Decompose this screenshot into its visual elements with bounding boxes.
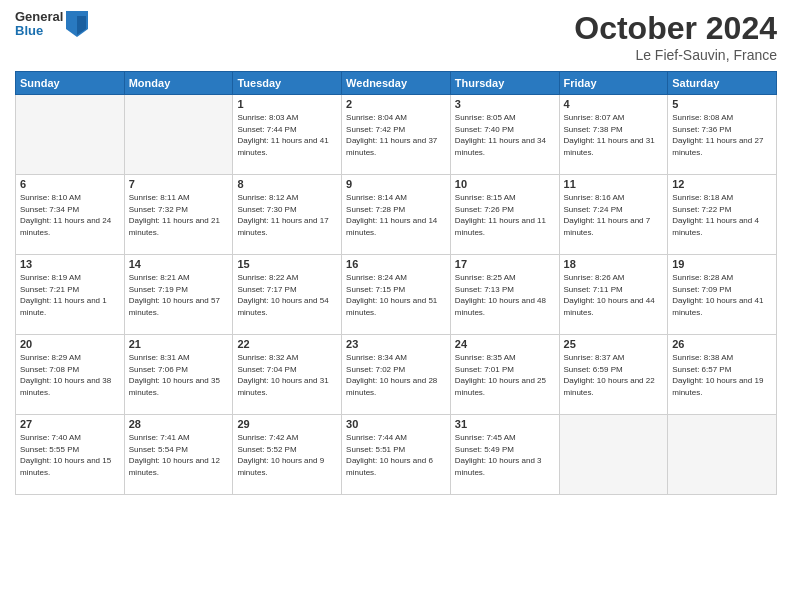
month-title: October 2024 <box>574 10 777 47</box>
day-number: 8 <box>237 178 337 190</box>
calendar-cell: 14Sunrise: 8:21 AM Sunset: 7:19 PM Dayli… <box>124 255 233 335</box>
calendar-cell: 16Sunrise: 8:24 AM Sunset: 7:15 PM Dayli… <box>342 255 451 335</box>
calendar-week-4: 20Sunrise: 8:29 AM Sunset: 7:08 PM Dayli… <box>16 335 777 415</box>
cell-info: Sunrise: 7:40 AM Sunset: 5:55 PM Dayligh… <box>20 432 120 478</box>
header-saturday: Saturday <box>668 72 777 95</box>
day-number: 25 <box>564 338 664 350</box>
title-block: October 2024 Le Fief-Sauvin, France <box>574 10 777 63</box>
day-number: 13 <box>20 258 120 270</box>
cell-info: Sunrise: 7:45 AM Sunset: 5:49 PM Dayligh… <box>455 432 555 478</box>
day-number: 21 <box>129 338 229 350</box>
cell-info: Sunrise: 7:44 AM Sunset: 5:51 PM Dayligh… <box>346 432 446 478</box>
day-number: 17 <box>455 258 555 270</box>
calendar-week-1: 1Sunrise: 8:03 AM Sunset: 7:44 PM Daylig… <box>16 95 777 175</box>
calendar-cell: 7Sunrise: 8:11 AM Sunset: 7:32 PM Daylig… <box>124 175 233 255</box>
calendar-table: Sunday Monday Tuesday Wednesday Thursday… <box>15 71 777 495</box>
cell-info: Sunrise: 8:10 AM Sunset: 7:34 PM Dayligh… <box>20 192 120 238</box>
cell-info: Sunrise: 8:26 AM Sunset: 7:11 PM Dayligh… <box>564 272 664 318</box>
calendar-cell: 8Sunrise: 8:12 AM Sunset: 7:30 PM Daylig… <box>233 175 342 255</box>
calendar-week-3: 13Sunrise: 8:19 AM Sunset: 7:21 PM Dayli… <box>16 255 777 335</box>
calendar-cell: 9Sunrise: 8:14 AM Sunset: 7:28 PM Daylig… <box>342 175 451 255</box>
cell-info: Sunrise: 8:16 AM Sunset: 7:24 PM Dayligh… <box>564 192 664 238</box>
calendar-cell: 18Sunrise: 8:26 AM Sunset: 7:11 PM Dayli… <box>559 255 668 335</box>
day-number: 29 <box>237 418 337 430</box>
cell-info: Sunrise: 8:25 AM Sunset: 7:13 PM Dayligh… <box>455 272 555 318</box>
day-number: 3 <box>455 98 555 110</box>
header-tuesday: Tuesday <box>233 72 342 95</box>
day-number: 26 <box>672 338 772 350</box>
day-number: 10 <box>455 178 555 190</box>
day-number: 23 <box>346 338 446 350</box>
calendar-week-2: 6Sunrise: 8:10 AM Sunset: 7:34 PM Daylig… <box>16 175 777 255</box>
day-number: 19 <box>672 258 772 270</box>
logo: General Blue <box>15 10 88 39</box>
header-row: Sunday Monday Tuesday Wednesday Thursday… <box>16 72 777 95</box>
calendar-cell: 27Sunrise: 7:40 AM Sunset: 5:55 PM Dayli… <box>16 415 125 495</box>
calendar-cell: 31Sunrise: 7:45 AM Sunset: 5:49 PM Dayli… <box>450 415 559 495</box>
day-number: 15 <box>237 258 337 270</box>
calendar-cell: 2Sunrise: 8:04 AM Sunset: 7:42 PM Daylig… <box>342 95 451 175</box>
calendar-cell: 12Sunrise: 8:18 AM Sunset: 7:22 PM Dayli… <box>668 175 777 255</box>
cell-info: Sunrise: 8:28 AM Sunset: 7:09 PM Dayligh… <box>672 272 772 318</box>
day-number: 5 <box>672 98 772 110</box>
cell-info: Sunrise: 8:05 AM Sunset: 7:40 PM Dayligh… <box>455 112 555 158</box>
day-number: 1 <box>237 98 337 110</box>
cell-info: Sunrise: 8:15 AM Sunset: 7:26 PM Dayligh… <box>455 192 555 238</box>
calendar-cell: 23Sunrise: 8:34 AM Sunset: 7:02 PM Dayli… <box>342 335 451 415</box>
calendar-cell: 10Sunrise: 8:15 AM Sunset: 7:26 PM Dayli… <box>450 175 559 255</box>
calendar-cell: 3Sunrise: 8:05 AM Sunset: 7:40 PM Daylig… <box>450 95 559 175</box>
calendar-cell: 30Sunrise: 7:44 AM Sunset: 5:51 PM Dayli… <box>342 415 451 495</box>
cell-info: Sunrise: 8:14 AM Sunset: 7:28 PM Dayligh… <box>346 192 446 238</box>
calendar-cell: 20Sunrise: 8:29 AM Sunset: 7:08 PM Dayli… <box>16 335 125 415</box>
cell-info: Sunrise: 8:08 AM Sunset: 7:36 PM Dayligh… <box>672 112 772 158</box>
calendar-cell: 15Sunrise: 8:22 AM Sunset: 7:17 PM Dayli… <box>233 255 342 335</box>
cell-info: Sunrise: 7:41 AM Sunset: 5:54 PM Dayligh… <box>129 432 229 478</box>
cell-info: Sunrise: 8:34 AM Sunset: 7:02 PM Dayligh… <box>346 352 446 398</box>
cell-info: Sunrise: 7:42 AM Sunset: 5:52 PM Dayligh… <box>237 432 337 478</box>
day-number: 16 <box>346 258 446 270</box>
day-number: 11 <box>564 178 664 190</box>
calendar-cell: 25Sunrise: 8:37 AM Sunset: 6:59 PM Dayli… <box>559 335 668 415</box>
calendar-cell: 22Sunrise: 8:32 AM Sunset: 7:04 PM Dayli… <box>233 335 342 415</box>
day-number: 22 <box>237 338 337 350</box>
logo-icon <box>66 11 88 37</box>
day-number: 31 <box>455 418 555 430</box>
cell-info: Sunrise: 8:18 AM Sunset: 7:22 PM Dayligh… <box>672 192 772 238</box>
cell-info: Sunrise: 8:38 AM Sunset: 6:57 PM Dayligh… <box>672 352 772 398</box>
calendar-cell <box>559 415 668 495</box>
day-number: 30 <box>346 418 446 430</box>
calendar-cell: 26Sunrise: 8:38 AM Sunset: 6:57 PM Dayli… <box>668 335 777 415</box>
calendar-cell <box>124 95 233 175</box>
calendar-cell: 28Sunrise: 7:41 AM Sunset: 5:54 PM Dayli… <box>124 415 233 495</box>
calendar-cell: 17Sunrise: 8:25 AM Sunset: 7:13 PM Dayli… <box>450 255 559 335</box>
logo-general-text: General <box>15 10 63 24</box>
cell-info: Sunrise: 8:04 AM Sunset: 7:42 PM Dayligh… <box>346 112 446 158</box>
cell-info: Sunrise: 8:29 AM Sunset: 7:08 PM Dayligh… <box>20 352 120 398</box>
calendar-cell: 4Sunrise: 8:07 AM Sunset: 7:38 PM Daylig… <box>559 95 668 175</box>
cell-info: Sunrise: 8:24 AM Sunset: 7:15 PM Dayligh… <box>346 272 446 318</box>
header-thursday: Thursday <box>450 72 559 95</box>
calendar-cell: 1Sunrise: 8:03 AM Sunset: 7:44 PM Daylig… <box>233 95 342 175</box>
header-monday: Monday <box>124 72 233 95</box>
day-number: 7 <box>129 178 229 190</box>
calendar-cell: 19Sunrise: 8:28 AM Sunset: 7:09 PM Dayli… <box>668 255 777 335</box>
calendar-cell: 5Sunrise: 8:08 AM Sunset: 7:36 PM Daylig… <box>668 95 777 175</box>
cell-info: Sunrise: 8:07 AM Sunset: 7:38 PM Dayligh… <box>564 112 664 158</box>
logo-blue-text: Blue <box>15 24 63 38</box>
cell-info: Sunrise: 8:37 AM Sunset: 6:59 PM Dayligh… <box>564 352 664 398</box>
day-number: 14 <box>129 258 229 270</box>
calendar-cell: 6Sunrise: 8:10 AM Sunset: 7:34 PM Daylig… <box>16 175 125 255</box>
calendar-cell: 13Sunrise: 8:19 AM Sunset: 7:21 PM Dayli… <box>16 255 125 335</box>
calendar-week-5: 27Sunrise: 7:40 AM Sunset: 5:55 PM Dayli… <box>16 415 777 495</box>
day-number: 18 <box>564 258 664 270</box>
day-number: 28 <box>129 418 229 430</box>
header-friday: Friday <box>559 72 668 95</box>
cell-info: Sunrise: 8:19 AM Sunset: 7:21 PM Dayligh… <box>20 272 120 318</box>
calendar-cell: 11Sunrise: 8:16 AM Sunset: 7:24 PM Dayli… <box>559 175 668 255</box>
calendar-cell <box>16 95 125 175</box>
calendar-cell: 29Sunrise: 7:42 AM Sunset: 5:52 PM Dayli… <box>233 415 342 495</box>
calendar-cell: 24Sunrise: 8:35 AM Sunset: 7:01 PM Dayli… <box>450 335 559 415</box>
subtitle: Le Fief-Sauvin, France <box>574 47 777 63</box>
cell-info: Sunrise: 8:35 AM Sunset: 7:01 PM Dayligh… <box>455 352 555 398</box>
day-number: 24 <box>455 338 555 350</box>
